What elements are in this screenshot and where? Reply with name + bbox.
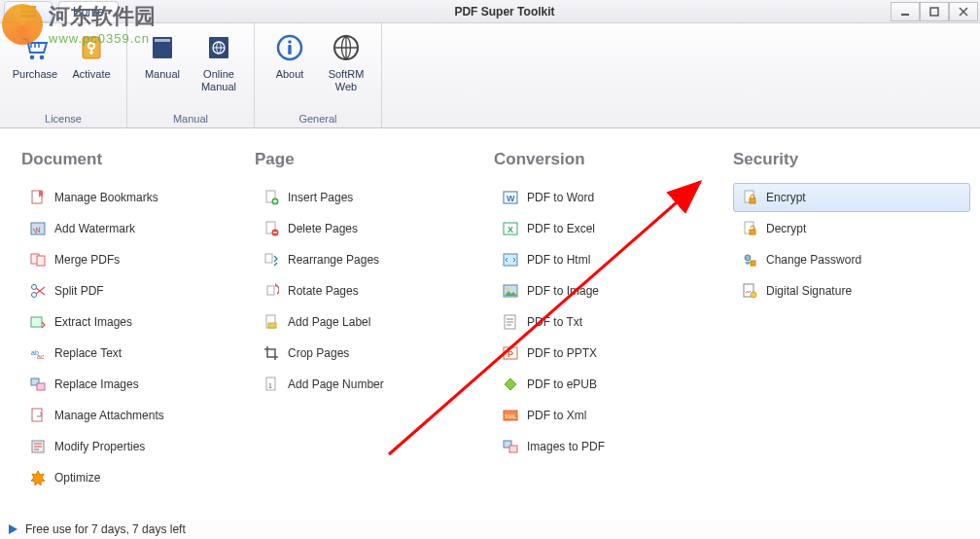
item-label: Crop Pages	[288, 346, 349, 360]
item-replace-text[interactable]: abacReplace Text	[21, 339, 255, 368]
status-bar: Free use for 7 days, 7 days left	[0, 520, 980, 539]
item-label: PDF to Xml	[527, 409, 586, 422]
item-rotate-pages[interactable]: Rotate Pages	[255, 276, 494, 305]
app-menu-button[interactable]	[4, 1, 52, 22]
bookmark-icon	[30, 190, 46, 205]
svg-text:X: X	[508, 225, 513, 234]
item-add-page-number[interactable]: 1Add Page Number	[255, 370, 494, 399]
pptx-icon: P	[503, 345, 518, 361]
activate-button[interactable]: Activate	[64, 27, 119, 112]
item-label: PDF to Excel	[527, 222, 595, 235]
item-pdf-to-word[interactable]: WPDF to Word	[494, 183, 733, 212]
book-icon	[146, 31, 179, 64]
item-pdf-to-xml[interactable]: XMLPDF to Xml	[494, 401, 733, 430]
item-label: Add Page Number	[288, 377, 384, 391]
item-label: Extract Images	[54, 315, 132, 329]
item-optimize[interactable]: Optimize	[21, 463, 255, 492]
svg-text:XML: XML	[505, 413, 517, 419]
header-document: Document	[21, 150, 255, 169]
txt-icon	[503, 314, 518, 330]
minimize-icon	[900, 7, 910, 17]
item-label: PDF to Image	[527, 284, 599, 298]
item-modify-properties[interactable]: Modify Properties	[21, 432, 255, 461]
item-label: Images to PDF	[527, 440, 605, 453]
header-conversion: Conversion	[494, 150, 733, 169]
tab-home[interactable]: Home	[58, 1, 119, 22]
svg-rect-17	[288, 45, 291, 54]
item-label: Insert Pages	[288, 191, 353, 204]
item-label: Rotate Pages	[288, 284, 359, 298]
svg-rect-4	[930, 8, 938, 16]
password-icon	[742, 252, 757, 268]
minimize-button[interactable]	[891, 2, 920, 21]
insert-page-icon	[263, 190, 279, 205]
svg-rect-62	[751, 261, 755, 266]
properties-icon	[30, 439, 46, 454]
lock-icon	[742, 190, 757, 205]
svg-rect-23	[37, 256, 45, 266]
svg-rect-26	[31, 317, 42, 327]
unlock-icon	[742, 221, 757, 236]
item-label: Merge PDFs	[54, 253, 120, 267]
group-label-general: General	[262, 112, 373, 126]
manual-label: Manual	[145, 68, 180, 81]
item-manage-attachments[interactable]: Manage Attachments	[21, 401, 255, 430]
header-page: Page	[255, 150, 494, 169]
item-add-watermark[interactable]: WAdd Watermark	[21, 214, 255, 243]
item-pdf-to-html[interactable]: PDF to Html	[494, 245, 733, 274]
svg-text:W: W	[507, 194, 515, 203]
svg-point-61	[745, 255, 751, 261]
titlebar: Home PDF Super Toolkit	[0, 0, 980, 23]
tab-home-label: Home	[73, 5, 104, 18]
close-button[interactable]	[949, 2, 978, 21]
html-icon	[503, 252, 518, 268]
online-manual-button[interactable]: Online Manual	[192, 27, 246, 112]
column-document: Document Manage Bookmarks WAdd Watermark…	[21, 150, 255, 494]
svg-text:ac: ac	[37, 353, 45, 360]
item-merge-pdfs[interactable]: Merge PDFs	[21, 245, 255, 274]
item-replace-images[interactable]: Replace Images	[21, 370, 255, 399]
item-label: PDF to Word	[527, 191, 594, 204]
item-split-pdf[interactable]: Split PDF	[21, 276, 255, 305]
ribbon-group-license: Purchase Activate License	[0, 23, 127, 127]
svg-point-64	[751, 292, 756, 298]
xml-icon: XML	[503, 408, 518, 423]
item-encrypt[interactable]: Encrypt	[733, 183, 970, 212]
signature-icon	[742, 283, 757, 299]
svg-rect-2	[20, 15, 37, 18]
crop-icon	[263, 345, 279, 361]
softrm-web-button[interactable]: SoftRM Web	[319, 27, 373, 112]
item-crop-pages[interactable]: Crop Pages	[255, 339, 494, 368]
item-label: PDF to ePUB	[527, 377, 597, 391]
online-manual-label: Online Manual	[201, 68, 236, 93]
image-icon	[503, 283, 518, 299]
status-text: Free use for 7 days, 7 days left	[25, 522, 186, 536]
excel-icon: X	[503, 221, 518, 236]
purchase-button[interactable]: Purchase	[8, 27, 62, 112]
item-delete-pages[interactable]: Delete Pages	[255, 214, 494, 243]
item-rearrange-pages[interactable]: Rearrange Pages	[255, 245, 494, 274]
svg-rect-38	[267, 286, 274, 295]
item-add-page-label[interactable]: Add Page Label	[255, 307, 494, 337]
column-page: Page Insert Pages Delete Pages Rearrange…	[255, 150, 494, 494]
about-button[interactable]: About	[262, 27, 317, 112]
manual-button[interactable]: Manual	[135, 27, 190, 112]
item-label: Decrypt	[766, 222, 806, 235]
item-pdf-to-txt[interactable]: PDF to Txt	[494, 307, 733, 337]
item-change-password[interactable]: Change Password	[733, 245, 970, 274]
item-digital-signature[interactable]: Digital Signature	[733, 276, 970, 305]
close-icon	[959, 7, 968, 17]
svg-text:P: P	[508, 349, 513, 359]
item-label: Add Watermark	[54, 222, 135, 235]
item-decrypt[interactable]: Decrypt	[733, 214, 970, 243]
item-pdf-to-epub[interactable]: PDF to ePUB	[494, 370, 733, 399]
item-pdf-to-pptx[interactable]: PPDF to PPTX	[494, 339, 733, 368]
svg-rect-0	[20, 6, 37, 9]
item-pdf-to-excel[interactable]: XPDF to Excel	[494, 214, 733, 243]
item-images-to-pdf[interactable]: Images to PDF	[494, 432, 733, 461]
item-manage-bookmarks[interactable]: Manage Bookmarks	[21, 183, 255, 212]
maximize-button[interactable]	[920, 2, 949, 21]
item-extract-images[interactable]: Extract Images	[21, 307, 255, 337]
item-pdf-to-image[interactable]: PDF to Image	[494, 276, 733, 305]
item-insert-pages[interactable]: Insert Pages	[255, 183, 494, 212]
